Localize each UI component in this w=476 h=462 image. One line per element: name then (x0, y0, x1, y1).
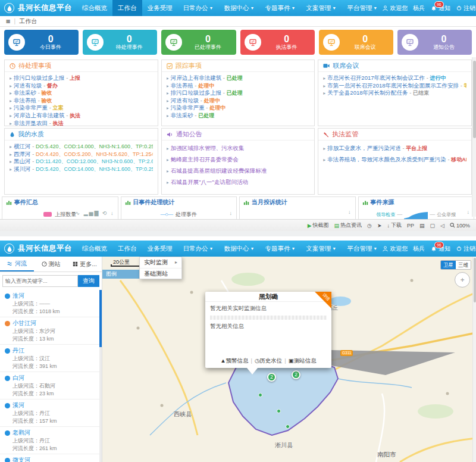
notice-item[interactable]: ▸石城县提高基层组织建设经费保障标准 (167, 166, 310, 177)
tracking-item[interactable]: ▸污染非常严重 - 处理中 (167, 104, 310, 112)
notifications-button[interactable]: 96 通知 (431, 4, 450, 13)
stat-card[interactable]: 0 待处理事件 (83, 30, 157, 55)
river-list-item[interactable]: 白河 上级河流：石鹅河 河流长度：23 km (0, 372, 102, 399)
download-icon[interactable]: ↓ (467, 209, 471, 215)
river-list-item[interactable]: 淮河 上级河流：—— 河流长度：1018 km (0, 290, 102, 317)
restore-icon[interactable]: ⟲ (102, 210, 108, 216)
nav-item-data-center[interactable]: 数据中心▼ (218, 241, 259, 257)
river-list-item[interactable]: 溪河 上级河流：丹江 河流长度：157 km (0, 399, 102, 427)
scrollbar-thumb[interactable] (99, 290, 102, 347)
pending-item[interactable]: ▸非法采砂 - 验收 (10, 89, 153, 97)
stat-card[interactable]: 0 今日事件 (4, 30, 79, 55)
station-info-link[interactable]: ▣测站信息 (289, 357, 317, 364)
pending-item[interactable]: ▸非法开垦农田 - 执法 (10, 120, 153, 126)
hot-news-button[interactable]: ▤热点资讯 (334, 221, 362, 229)
nav-item-data-center[interactable]: 数据中心▼ (218, 0, 259, 16)
nav-item-topics[interactable]: 专题事件▼ (259, 241, 300, 257)
tracking-item[interactable]: ▸河岸边上有非法建筑 - 已处理 (167, 74, 310, 82)
stat-card[interactable]: 0 已处理事件 (161, 30, 236, 55)
cluster-marker[interactable]: 2 (267, 373, 276, 382)
notice-item[interactable]: ▸加强区域排水管理、污水收集 (167, 143, 310, 154)
download-icon[interactable]: ↓ (111, 210, 115, 216)
nav-item-business[interactable]: 业务受理 (142, 0, 178, 16)
tab-more[interactable]: 更多... (68, 257, 102, 271)
river-list-item[interactable]: 小甘江河 上级河流：东沙河 河流长度：13 km (0, 317, 102, 345)
stat-card[interactable]: 0 联席会议 (319, 30, 393, 55)
line-chart-toggle-icon[interactable]: ∿ (76, 210, 82, 216)
station-marker[interactable] (277, 409, 281, 413)
download-icon[interactable]: ↓ (230, 210, 234, 216)
nav-item-workbench[interactable]: 工作台 (112, 0, 142, 16)
map-canvas[interactable]: 20公里 图例 卫星 三维 ✛ 高丘 西峡县 淅川县 南阳市 G251 G311… (102, 257, 476, 462)
nav-item-daily-office[interactable]: 日常办公▼ (178, 0, 219, 16)
law-item[interactable]: ▸排放工业废水，严重污染河道 - 平台上报 (323, 143, 466, 154)
water-quality-item[interactable]: ▸黑山河 - DO:11.420、COD:12.000、NH3-N:0.600、… (10, 158, 153, 166)
notifications-button[interactable]: 96 通知 (431, 245, 450, 253)
notice-item[interactable]: ▸鲍峰庭主持召开县委常委会 (167, 154, 310, 166)
sidebar-scrollbar[interactable] (99, 290, 102, 462)
copy-icon[interactable]: ▢ (430, 223, 436, 229)
river-list-item[interactable]: 老鹳河 上级河流：丹江 河流长度：261 km (0, 427, 102, 454)
zoom-level[interactable]: 100% (450, 223, 470, 229)
notice-item[interactable]: ▸石城县开展"八一"走访慰问活动 (167, 177, 310, 188)
nav-item-business[interactable]: 业务受理 (142, 241, 178, 257)
meeting-item[interactable]: ▸市总河长召开2017年底河长制会议工作 - 进行中 (323, 74, 466, 82)
pending-item[interactable]: ▸排污口垃圾过多上报 - 上报 (10, 74, 153, 82)
print-icon[interactable]: ▤ (419, 223, 425, 229)
law-item[interactable]: ▸非法养殖场，导致河水颜色及水质受到严重污染 - 移动APP上报 (323, 154, 466, 166)
tab-rivers[interactable]: 河流 (0, 257, 34, 271)
nav-item-overview[interactable]: 综合概览 (77, 0, 112, 16)
satellite-button[interactable]: 卫星 (441, 261, 456, 269)
menu-item-realtime-monitoring[interactable]: 实时监测▸ (140, 257, 181, 268)
scrollbar-thumb[interactable] (474, 258, 476, 302)
page-scrollbar[interactable] (472, 257, 476, 462)
download-icon[interactable]: ↓ (348, 209, 352, 215)
screenshot-tool-button[interactable]: ▶快截图 (308, 221, 329, 229)
search-input[interactable] (2, 275, 78, 287)
nav-item-workbench[interactable]: 工作台 (112, 241, 142, 257)
logout-button[interactable]: 注销 (456, 245, 475, 253)
download-button[interactable]: ↓ 下载 (387, 221, 402, 229)
stat-card[interactable]: 0 通知公告 (397, 30, 472, 55)
nav-item-topics[interactable]: 专题事件▼ (259, 0, 300, 16)
tracking-item[interactable]: ▸非法养殖 - 处理中 (167, 82, 310, 90)
stat-card[interactable]: 0 执法事件 (240, 30, 315, 55)
water-quality-item[interactable]: ▸横江河 - DO:5.420、COD:14.000、NH3-N:1.600、T… (10, 143, 153, 151)
tracking-item[interactable]: ▸排污口垃圾过多上报 - 已处理 (167, 89, 310, 97)
nav-item-overview[interactable]: 综合概览 (77, 241, 112, 257)
pending-item[interactable]: ▸污染非常严重 - 立案 (10, 104, 153, 112)
nav-item-platform[interactable]: 平台管理▼ (342, 241, 383, 257)
scrollbar-thumb[interactable] (473, 61, 476, 138)
pp-accelerator-button[interactable]: PP (407, 223, 414, 229)
mute-icon[interactable]: ◁ (440, 223, 444, 229)
pending-item[interactable]: ▸河岸边上有非法建筑 - 执法 (10, 112, 153, 120)
pending-item[interactable]: ▸非法养殖 - 验收 (10, 97, 153, 105)
threed-button[interactable]: 三维 (456, 261, 471, 269)
nav-item-daily-office[interactable]: 日常办公▼ (178, 241, 219, 257)
send-icon[interactable]: ➤ (377, 223, 382, 229)
history-icon[interactable]: ◷ (367, 223, 372, 229)
water-quality-item[interactable]: ▸溪川河 - DO:5.420、COD:14.000、NH3-N:1.600、T… (10, 166, 153, 173)
warning-info-link[interactable]: ▲预警信息 (220, 357, 248, 364)
tab-stations[interactable]: 测站 (34, 257, 68, 271)
nav-item-documents[interactable]: 文案管理▼ (300, 241, 342, 257)
cluster-marker[interactable]: 2 (292, 370, 300, 379)
tracking-item[interactable]: ▸非法采砂 - 已处理 (167, 112, 310, 120)
station-marker[interactable] (286, 424, 290, 429)
meeting-item[interactable]: ▸关于全县2018年河长制分配任务 - 已结束 (323, 89, 466, 97)
history-level-link[interactable]: ◷历史水位 (255, 357, 282, 364)
river-list-item[interactable]: 丹江 上级河流：汉江 河流长度：391 km (0, 345, 102, 372)
bar-chart-toggle-icon[interactable]: ▂▅▇ (84, 210, 100, 216)
nav-item-documents[interactable]: 文案管理▼ (300, 0, 342, 16)
meeting-item[interactable]: ▸市第一总河长召开2018年底河长制全面展示工作安排 - 等待中 (323, 82, 466, 90)
river-list-item[interactable]: 微支河 (0, 454, 102, 462)
compass-control[interactable]: ✛ (455, 272, 470, 288)
menu-item-base-stations[interactable]: 基础测站 (140, 268, 181, 279)
page-scrollbar[interactable] (472, 57, 476, 217)
search-button[interactable]: 查询 (78, 275, 99, 287)
station-marker[interactable] (258, 393, 262, 397)
nav-item-platform[interactable]: 平台管理▼ (342, 0, 383, 16)
water-quality-item[interactable]: ▸西潭河 - DO:4.420、COD:5.200、NH3-N:5.620、TP… (10, 151, 153, 158)
tracking-item[interactable]: ▸河道有垃圾 - 处理中 (167, 97, 310, 105)
logout-button[interactable]: 注销 (456, 4, 475, 13)
